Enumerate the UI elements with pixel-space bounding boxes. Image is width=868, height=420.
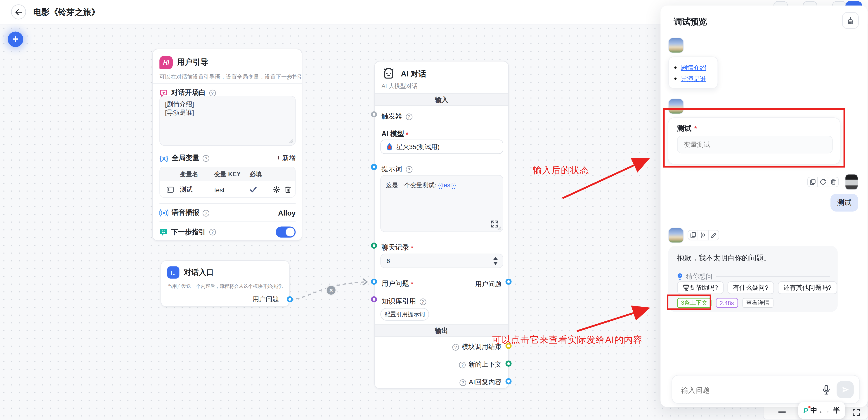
zoom-out-icon[interactable] [778, 412, 786, 413]
help-icon[interactable]: ? [453, 343, 459, 350]
back-button[interactable] [11, 4, 26, 20]
opening-link[interactable]: 剧情介绍 [681, 63, 706, 72]
prompt-textarea[interactable]: 这是一个变量测试: {{test}} [380, 175, 503, 232]
col-header: 变量名 [180, 170, 214, 178]
input-section-header: 输入 [375, 93, 508, 106]
tts-voice-value[interactable]: Alloy [278, 209, 296, 217]
history-label: 聊天记录 [381, 243, 409, 252]
table-row: 测试 test [160, 181, 295, 198]
question-output-label: 用户问题 [475, 280, 502, 289]
latency-tag[interactable]: 2.48s [716, 298, 738, 308]
prompt-label: 提示词 [381, 164, 402, 174]
help-icon[interactable]: ? [459, 361, 466, 368]
suggestion-pill[interactable]: 有什么疑问? [727, 281, 774, 294]
port-entry-question-out[interactable] [287, 296, 293, 302]
variable-settings-icon[interactable] [273, 186, 280, 193]
port-kb-in[interactable] [371, 296, 377, 302]
port-reply-out[interactable] [505, 378, 512, 384]
port-prompt-in[interactable] [371, 164, 377, 170]
chat-input[interactable] [675, 379, 816, 401]
copy-icon [690, 232, 695, 238]
stepper-up-icon[interactable] [493, 257, 498, 260]
model-value: 星火35(测试用) [396, 143, 439, 151]
help-icon[interactable]: ? [406, 113, 412, 120]
copy-button[interactable] [807, 177, 818, 187]
help-icon[interactable]: ? [420, 298, 426, 305]
detail-tag[interactable]: 查看详情 [742, 298, 773, 308]
add-node-button[interactable]: + [8, 32, 23, 47]
port-question-out[interactable] [505, 279, 512, 285]
next-guide-toggle[interactable] [276, 227, 296, 238]
entry-icon: I.. [167, 266, 180, 279]
retry-button[interactable] [818, 177, 829, 187]
node-subtitle: AI 大模型对话 [381, 83, 417, 90]
edit-button[interactable] [709, 230, 719, 240]
variable-test-input[interactable] [677, 136, 833, 153]
variables-table: 变量名 变量 KEY 必填 测试 test [159, 167, 296, 198]
help-icon[interactable]: ? [406, 166, 412, 172]
input-type-icon [166, 187, 174, 193]
col-header: 变量 KEY [214, 170, 250, 178]
spark-model-icon [386, 143, 393, 151]
send-button[interactable] [837, 381, 854, 398]
bot-msg-actions [688, 230, 719, 240]
node-entry[interactable]: I.. 对话入口 当用户发送一个内容后，流程将会从这个模块开始执行。 用户问题 [160, 260, 290, 307]
node-title: AI 对话 [401, 69, 426, 79]
output-reply-label: AI回复内容 [469, 378, 501, 387]
copy-button[interactable] [688, 230, 698, 240]
page-title: 电影《铃芽之旅》 [33, 7, 100, 18]
model-select[interactable]: 星火35(测试用) [380, 140, 503, 154]
node-title: 用户引导 [177, 58, 208, 68]
help-icon[interactable]: ? [209, 89, 215, 96]
delete-button[interactable] [828, 177, 839, 187]
fullscreen-icon[interactable] [852, 409, 860, 416]
history-input[interactable] [381, 254, 486, 268]
port-question-in[interactable] [371, 279, 377, 285]
suggestion-pill[interactable]: 还有其他问题吗? [778, 281, 837, 294]
user-avatar [845, 174, 858, 190]
reply-text: 抱歉，我不太明白你的问题。 [677, 253, 771, 263]
copy-icon [810, 179, 815, 185]
mic-icon[interactable] [823, 385, 830, 395]
globals-label: 全局变量 [172, 153, 199, 163]
refresh-icon [819, 179, 826, 185]
help-icon[interactable]: ? [459, 379, 466, 386]
ime-width[interactable]: 半 [833, 406, 840, 415]
variable-delete-icon[interactable] [285, 186, 291, 193]
user-msg-actions [807, 177, 839, 187]
node-ai-chat[interactable]: AI 对话 AI 大模型对话 输入 触发器 ? AI 模型* 星火35(测试用)… [374, 61, 509, 389]
read-aloud-button[interactable] [698, 230, 709, 240]
resize-handle[interactable] [289, 139, 293, 144]
panel-title: 调试预览 [674, 17, 707, 27]
context-count-tag[interactable]: 3条上下文 [677, 298, 711, 308]
port-context-out[interactable] [505, 361, 512, 367]
help-icon[interactable]: ? [203, 210, 209, 216]
bot-avatar [668, 99, 684, 114]
node-user-guide[interactable]: Hi 用户引导 可以在对话前设置引导语，设置全局变量，设置下一步指引 对话开场白… [152, 49, 302, 241]
ime-logo-icon[interactable]: P [803, 407, 808, 414]
lightbulb-icon: ? [677, 273, 683, 280]
suggestion-pill[interactable]: 需要帮助吗? [677, 281, 723, 294]
stepper-down-icon[interactable] [493, 262, 498, 265]
output-context-label: 新的上下文 [468, 360, 502, 369]
clear-chat-button[interactable] [842, 12, 859, 29]
trigger-label: 触发器 [381, 112, 402, 121]
plus-icon: + [12, 33, 19, 44]
welcome-bubble: 剧情介绍 导演是谁 [668, 57, 718, 89]
help-icon[interactable]: ? [209, 229, 215, 235]
opening-textarea[interactable]: [剧情介绍] [导演是谁] [159, 96, 296, 146]
resize-handle[interactable] [497, 226, 502, 231]
add-variable-button[interactable]: + 新增 [277, 153, 296, 163]
connection-delete-icon[interactable]: × [326, 285, 337, 296]
opening-link[interactable]: 导演是谁 [681, 74, 706, 83]
model-label: AI 模型 [381, 129, 404, 139]
prompt-variable-token: {{test}} [438, 182, 456, 188]
kb-config-button[interactable]: 配置引用提示词 [380, 308, 429, 321]
help-icon[interactable]: ? [203, 155, 209, 161]
bullet-dot [675, 66, 677, 68]
ime-mode[interactable]: 中 [810, 406, 817, 415]
node-title: 对话入口 [184, 268, 214, 277]
ime-punct[interactable]: 。， [819, 407, 831, 414]
port-trigger-in[interactable] [371, 111, 377, 117]
port-history-in[interactable] [371, 243, 377, 249]
